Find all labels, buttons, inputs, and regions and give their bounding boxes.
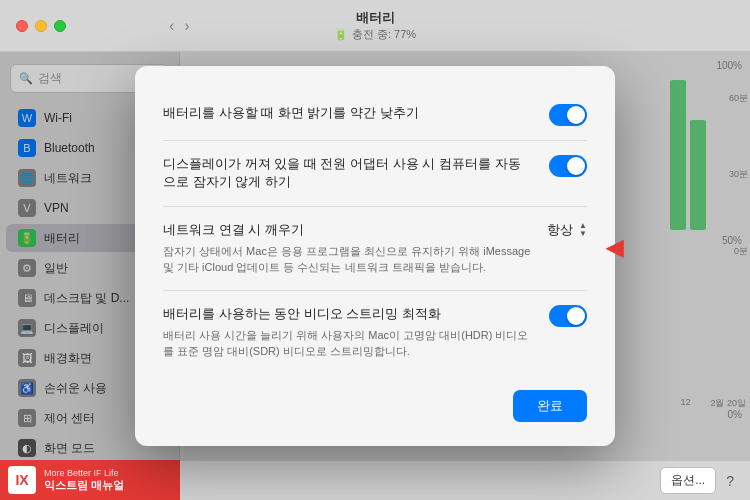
modal-row-brightness-title: 배터리를 사용할 때 화면 밝기를 약간 낮추기 bbox=[163, 104, 533, 122]
modal-row-video-desc: 배터리 사용 시간을 늘리기 위해 사용자의 Mac이 고명암 대비(HDR) … bbox=[163, 327, 533, 360]
modal-row-brightness-control bbox=[549, 104, 587, 126]
modal-row-sleep-title: 디스플레이가 꺼져 있을 때 전원 어댑터 사용 시 컴퓨터를 자동으로 잠자기… bbox=[163, 155, 533, 191]
dropdown-arrows: ▲ ▼ bbox=[579, 222, 587, 238]
modal-row-network-content: 네트워크 연결 시 깨우기 잠자기 상태에서 Mac은 응용 프로그램을 최신으… bbox=[163, 221, 547, 276]
modal-row-video: 배터리를 사용하는 동안 비디오 스트리밍 최적화 배터리 사용 시간을 늘리기… bbox=[163, 291, 587, 374]
sleep-toggle[interactable] bbox=[549, 155, 587, 177]
titlebar: ‹ › 배터리 🔋 충전 중: 77% bbox=[0, 0, 750, 52]
close-button[interactable] bbox=[16, 20, 28, 32]
network-wake-value: 항상 bbox=[547, 221, 573, 239]
network-wake-dropdown[interactable]: 항상 ▲ ▼ bbox=[547, 221, 587, 239]
brightness-toggle[interactable] bbox=[549, 104, 587, 126]
done-button[interactable]: 완료 bbox=[513, 390, 587, 422]
help-button[interactable]: ? bbox=[726, 473, 734, 489]
battery-icon-small: 🔋 bbox=[334, 28, 348, 41]
modal-row-sleep-content: 디스플레이가 꺼져 있을 때 전원 어댑터 사용 시 컴퓨터를 자동으로 잠자기… bbox=[163, 155, 549, 191]
modal-row-sleep: 디스플레이가 꺼져 있을 때 전원 어댑터 사용 시 컴퓨터를 자동으로 잠자기… bbox=[163, 141, 587, 206]
nav-arrows: ‹ › bbox=[166, 17, 193, 35]
watermark-text: More Better IF Life 익스트림 매뉴얼 bbox=[44, 468, 124, 493]
window-subtitle: 🔋 충전 중: 77% bbox=[334, 27, 416, 42]
watermark: IX More Better IF Life 익스트림 매뉴얼 bbox=[0, 460, 180, 500]
modal-footer: 완료 bbox=[163, 374, 587, 422]
watermark-icon: IX bbox=[8, 466, 36, 494]
window-title: 배터리 bbox=[356, 9, 395, 27]
modal-row-video-control bbox=[549, 305, 587, 327]
modal-row-video-title: 배터리를 사용하는 동안 비디오 스트리밍 최적화 bbox=[163, 305, 533, 323]
watermark-line1: More Better IF Life bbox=[44, 468, 124, 478]
titlebar-center: 배터리 🔋 충전 중: 77% bbox=[334, 9, 416, 42]
maximize-button[interactable] bbox=[54, 20, 66, 32]
modal-row-network-title: 네트워크 연결 시 깨우기 bbox=[163, 221, 531, 239]
modal-row-video-content: 배터리를 사용하는 동안 비디오 스트리밍 최적화 배터리 사용 시간을 늘리기… bbox=[163, 305, 549, 360]
forward-arrow[interactable]: › bbox=[181, 17, 192, 35]
modal-row-network: 네트워크 연결 시 깨우기 잠자기 상태에서 Mac은 응용 프로그램을 최신으… bbox=[163, 207, 587, 291]
modal-row-brightness-content: 배터리를 사용할 때 화면 밝기를 약간 낮추기 bbox=[163, 104, 549, 122]
modal-row-sleep-control bbox=[549, 155, 587, 177]
minimize-button[interactable] bbox=[35, 20, 47, 32]
modal-overlay: 배터리를 사용할 때 화면 밝기를 약간 낮추기 디스플레이가 꺼져 있을 때 … bbox=[0, 52, 750, 460]
modal-row-network-desc: 잠자기 상태에서 Mac은 응용 프로그램을 최신으로 유지하기 위해 iMes… bbox=[163, 243, 531, 276]
traffic-lights bbox=[16, 20, 66, 32]
options-button[interactable]: 옵션... bbox=[660, 467, 716, 494]
modal-row-network-control: 항상 ▲ ▼ bbox=[547, 221, 587, 239]
modal-row-brightness: 배터리를 사용할 때 화면 밝기를 약간 낮추기 bbox=[163, 90, 587, 141]
watermark-line2: 익스트림 매뉴얼 bbox=[44, 478, 124, 493]
main-window: ‹ › 배터리 🔋 충전 중: 77% 🔍 검색 W Wi-Fi B B bbox=[0, 0, 750, 500]
video-toggle[interactable] bbox=[549, 305, 587, 327]
back-arrow[interactable]: ‹ bbox=[166, 17, 177, 35]
modal-dialog: 배터리를 사용할 때 화면 밝기를 약간 낮추기 디스플레이가 꺼져 있을 때 … bbox=[135, 66, 615, 446]
red-arrow-indicator: ◀ bbox=[606, 235, 623, 261]
